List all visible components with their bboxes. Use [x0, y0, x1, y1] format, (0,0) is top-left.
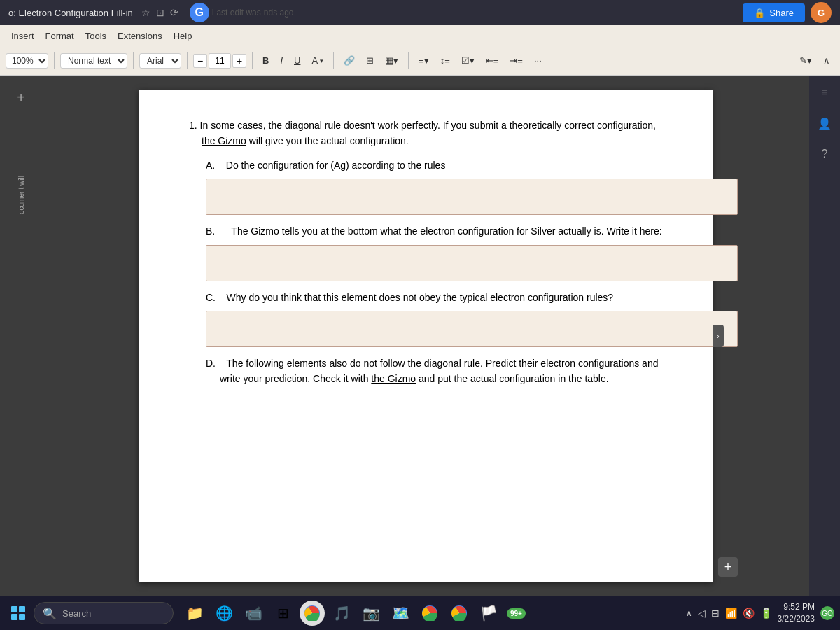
title-bar: o: Electron Configuration Fill-in ☆ ⊡ ⟳ … — [0, 0, 840, 25]
separator-3 — [187, 52, 188, 69]
edit-pencil-button[interactable]: ✎▾ — [795, 52, 816, 69]
zoom-select[interactable]: 100% — [6, 53, 48, 69]
menu-insert[interactable]: Insert — [11, 31, 34, 41]
share-button[interactable]: 🔒 Share — [743, 4, 805, 22]
text-color-button[interactable]: A▾ — [307, 52, 328, 69]
bold-button[interactable]: B — [258, 52, 273, 69]
menu-tools[interactable]: Tools — [85, 31, 106, 41]
notification-badge: 99+ — [507, 608, 526, 619]
question-1-text: 1. In some cases, the diagonal rule does… — [189, 118, 662, 149]
sidebar-doc-label: ocument will — [18, 176, 25, 214]
indent-less-button[interactable]: ⇤≡ — [482, 52, 503, 69]
left-sidebar: + ocument will — [0, 76, 42, 596]
title-bar-right: 🔒 Share G — [743, 2, 832, 23]
more-button[interactable]: ··· — [530, 52, 546, 69]
sub-question-b: B. The Gizmo tells you at the bottom wha… — [206, 223, 662, 239]
separator-4 — [252, 52, 253, 69]
last-edit: G Last edit was nds ago — [190, 3, 294, 22]
right-icon-help[interactable]: ? — [815, 144, 834, 164]
taskbar-app-chrome3[interactable] — [447, 601, 472, 626]
taskbar-search-icon: 🔍 — [43, 607, 57, 620]
doc-content: 1. In some cases, the diagonal rule does… — [189, 118, 662, 387]
toolbar: 100% Normal text Arial − + B I U A▾ 🔗 ⊞ … — [0, 46, 840, 76]
right-sidebar: ≡ 👤 ? — [809, 76, 840, 596]
taskbar-app-files[interactable]: 📁 — [182, 601, 207, 626]
notification-badge-container: 99+ — [507, 608, 526, 619]
taskbar-search-label: Search — [62, 608, 91, 619]
taskbar-app-camera[interactable]: 📷 — [358, 601, 384, 626]
question-1: 1. In some cases, the diagonal rule does… — [189, 118, 662, 387]
sub-question-d: D. The following elements also do not fo… — [206, 356, 662, 387]
style-select[interactable]: Normal text — [60, 53, 127, 69]
separator-6 — [408, 52, 409, 69]
menu-bar: Insert Format Tools Extensions Help — [0, 25, 840, 46]
underline-button[interactable]: U — [290, 52, 304, 69]
align-button[interactable]: ≡▾ — [414, 52, 433, 69]
clock[interactable]: 9:52 PM 3/22/2023 — [778, 601, 815, 625]
taskbar-app-browser[interactable]: 🌐 — [211, 601, 237, 626]
answer-box-a[interactable] — [206, 178, 738, 215]
sub-question-c: C. Why do you think that this element do… — [206, 290, 662, 305]
tray-volume-icon[interactable]: 🔇 — [743, 608, 755, 619]
user-avatar[interactable]: G — [811, 2, 832, 23]
menu-extensions[interactable]: Extensions — [118, 31, 162, 41]
right-icon-user[interactable]: 👤 — [815, 113, 834, 133]
image-button[interactable]: ⊞ — [362, 52, 378, 69]
font-size-input[interactable] — [209, 53, 231, 69]
separator-5 — [333, 52, 334, 69]
main-area: + ocument will 1. In some cases, the dia… — [0, 76, 840, 596]
collapse-button[interactable]: › — [713, 325, 724, 347]
taskbar-app-chrome2[interactable] — [417, 601, 442, 626]
taskbar-app-chrome[interactable] — [300, 601, 325, 626]
tray-battery-icon[interactable]: 🔋 — [760, 608, 772, 619]
font-select[interactable]: Arial — [139, 53, 181, 69]
right-icon-menu[interactable]: ≡ — [815, 83, 834, 102]
doc-page: 1. In some cases, the diagonal rule does… — [139, 90, 713, 582]
gizmo-underline-d: the Gizmo — [371, 373, 416, 384]
sync-icon[interactable]: ⟳ — [170, 7, 178, 18]
collapse-toolbar-button[interactable]: ∧ — [819, 52, 834, 69]
taskbar-search[interactable]: 🔍 Search — [34, 602, 174, 624]
go-badge: GO — [820, 606, 834, 620]
menu-format[interactable]: Format — [46, 31, 74, 41]
google-icon: G — [190, 3, 209, 22]
start-button[interactable] — [6, 601, 31, 626]
link-button[interactable]: 🔗 — [340, 52, 359, 69]
font-size-group: − + — [193, 53, 246, 69]
answer-box-c[interactable] — [206, 311, 738, 347]
taskbar: 🔍 Search 📁 🌐 📹 ⊞ 🎵 📷 🗺️ — [0, 596, 840, 630]
taskbar-app-flag[interactable]: 🏳️ — [476, 601, 501, 626]
line-spacing-button[interactable]: ↕≡ — [436, 52, 454, 69]
toolbar-right: ✎▾ ∧ — [795, 52, 834, 69]
font-size-decrease[interactable]: − — [193, 54, 207, 68]
bookmark-icon[interactable]: ⊡ — [156, 7, 164, 18]
taskbar-app-video[interactable]: 📹 — [241, 601, 266, 626]
taskbar-app-map[interactable]: 🗺️ — [388, 601, 413, 626]
sub-question-a: A. Do the configuration for (Ag) accordi… — [206, 158, 662, 173]
taskbar-apps: 📁 🌐 📹 ⊞ 🎵 📷 🗺️ — [182, 601, 501, 626]
drawing-button[interactable]: ▦▾ — [381, 52, 402, 69]
menu-help[interactable]: Help — [174, 31, 192, 41]
tray-arrow-icon[interactable]: ◁ — [698, 608, 706, 619]
taskbar-app-grid[interactable]: ⊞ — [270, 601, 295, 626]
font-size-increase[interactable]: + — [232, 54, 246, 68]
italic-button[interactable]: I — [276, 52, 287, 69]
separator-2 — [133, 52, 134, 69]
title-bar-icons: ☆ ⊡ ⟳ — [141, 7, 178, 18]
doc-title: o: Electron Configuration Fill-in — [8, 8, 133, 18]
answer-box-b[interactable] — [206, 245, 738, 281]
star-icon[interactable]: ☆ — [141, 7, 150, 18]
doc-container[interactable]: 1. In some cases, the diagonal rule does… — [42, 76, 809, 596]
checklist-button[interactable]: ☑▾ — [457, 52, 479, 69]
floating-plus-button[interactable]: + — [718, 557, 738, 577]
separator-1 — [54, 52, 55, 69]
share-icon: 🔒 — [754, 8, 765, 18]
windows-icon — [11, 606, 25, 620]
taskbar-app-music[interactable]: 🎵 — [329, 601, 354, 626]
sidebar-add-button[interactable]: + — [17, 90, 25, 106]
tray-keyboard-icon[interactable]: ⊟ — [711, 608, 720, 619]
tray-chevron-icon[interactable]: ∧ — [686, 608, 692, 618]
indent-more-button[interactable]: ⇥≡ — [505, 52, 527, 69]
tray-wifi-icon[interactable]: 📶 — [725, 608, 737, 619]
gizmo-underline: the Gizmo — [202, 135, 246, 146]
